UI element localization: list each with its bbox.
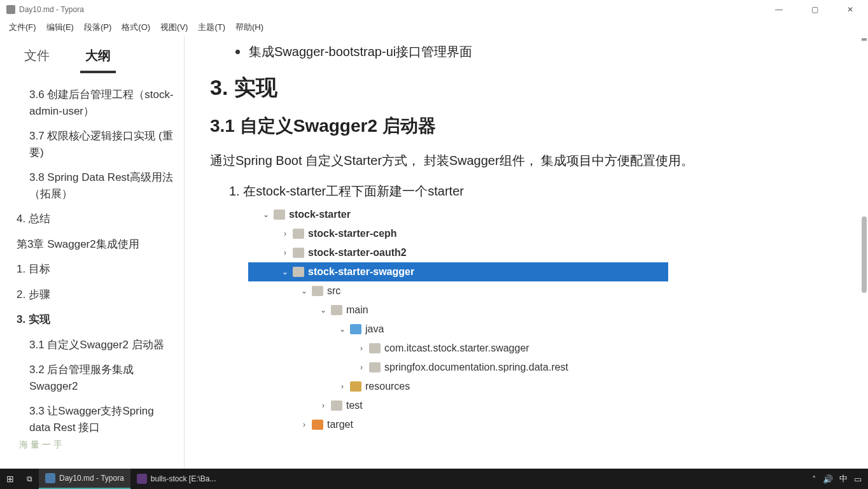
folder-icon xyxy=(274,209,285,220)
taskbar-app-typora[interactable]: Day10.md - Typora xyxy=(39,469,130,489)
volume-icon[interactable]: 🔊 xyxy=(823,474,833,484)
tree-row[interactable]: ›stock-starter-ceph xyxy=(248,224,668,243)
menu-view[interactable]: 视图(V) xyxy=(155,20,193,34)
paragraph: 通过Spring Boot 自定义Starter方式， 封装Swagger组件，… xyxy=(210,150,843,171)
chevron-down-icon[interactable]: ⌄ xyxy=(318,306,328,315)
folder-icon xyxy=(293,267,304,277)
tree-label: java xyxy=(365,323,384,335)
ime-indicator[interactable]: 中 xyxy=(839,473,848,485)
chevron-right-icon[interactable]: › xyxy=(356,363,367,372)
sidebar: 文件 大纲 3.6 创建后台管理工程（stock-admin-user）3.7 … xyxy=(0,36,185,469)
bullet-item: 集成Swagger-bootstrap-ui接口管理界面 xyxy=(235,43,843,60)
title-bar: Day10.md - Typora — ▢ ✕ xyxy=(0,0,868,19)
outline-item[interactable]: 第3章 Swagger2集成使用 xyxy=(11,232,181,257)
tree-row[interactable]: ›resources xyxy=(248,377,668,396)
menu-file[interactable]: 文件(F) xyxy=(4,20,41,34)
folder-icon xyxy=(369,362,381,372)
tree-label: stock-starter-ceph xyxy=(308,228,397,239)
maximize-button[interactable]: ▢ xyxy=(803,5,826,14)
chevron-right-icon[interactable]: › xyxy=(299,420,309,429)
chevron-down-icon[interactable]: ⌄ xyxy=(280,267,290,276)
chevron-right-icon[interactable]: › xyxy=(318,401,328,410)
outline-item[interactable]: 4. 总结 xyxy=(11,206,181,232)
menu-format[interactable]: 格式(O) xyxy=(116,20,155,34)
outline-item[interactable]: 3. 实现 xyxy=(11,307,181,332)
bullet-dot-icon xyxy=(235,50,240,54)
start-button[interactable]: ⊞ xyxy=(0,469,20,489)
menu-theme[interactable]: 主题(T) xyxy=(193,20,230,34)
chevron-down-icon[interactable]: ⌄ xyxy=(299,287,309,295)
tray-chevron-icon[interactable]: ˄ xyxy=(812,474,816,484)
outline-item[interactable]: 1. 目标 xyxy=(11,257,181,282)
tree-label: com.itcast.stock.starter.swagger xyxy=(384,343,529,354)
outline-item[interactable]: 3.1 自定义Swagger2 启动器 xyxy=(11,332,181,358)
intellij-icon xyxy=(137,474,147,484)
tree-row[interactable]: ⌄stock-starter xyxy=(248,205,668,224)
outline-item[interactable]: 3.2 后台管理服务集成Swagger2 xyxy=(11,357,181,399)
close-button[interactable]: ✕ xyxy=(839,5,862,14)
folder-icon xyxy=(350,381,361,392)
menu-help[interactable]: 帮助(H) xyxy=(230,20,269,34)
content-scrollbar[interactable] xyxy=(862,216,867,293)
tree-row[interactable]: ⌄stock-starter-swagger xyxy=(248,262,668,281)
tree-label: resources xyxy=(365,381,410,392)
tab-files[interactable]: 文件 xyxy=(19,43,55,73)
tree-row[interactable]: ›target xyxy=(248,415,668,434)
outline-item[interactable]: 3.8 Spring Data Rest高级用法（拓展） xyxy=(11,165,181,206)
task-view-button[interactable]: ⧉ xyxy=(20,469,39,489)
outline-item[interactable]: 3.7 权限核心逻辑接口实现 (重要) xyxy=(11,124,181,165)
heading-2: 3.1 自定义Swagger2 启动器 xyxy=(210,114,843,138)
menu-edit[interactable]: 编辑(E) xyxy=(41,20,79,34)
ide-tree-panel: ⌄stock-starter›stock-starter-ceph›stock-… xyxy=(248,205,668,434)
chevron-down-icon[interactable]: ⌄ xyxy=(337,325,347,334)
tree-label: main xyxy=(346,304,368,316)
folder-icon xyxy=(312,286,323,296)
scrollbar-indicator[interactable] xyxy=(862,38,867,41)
chevron-right-icon[interactable]: › xyxy=(356,344,367,353)
tree-row[interactable]: ⌄src xyxy=(248,281,668,301)
tree-row[interactable]: ›stock-starter-oauth2 xyxy=(248,243,668,262)
chevron-right-icon[interactable]: › xyxy=(280,229,290,238)
tree-row[interactable]: ›springfox.documentation.spring.data.res… xyxy=(248,358,668,377)
folder-icon xyxy=(350,324,361,334)
tree-row[interactable]: ›com.itcast.stock.starter.swagger xyxy=(248,339,668,358)
tree-row[interactable]: ⌄main xyxy=(248,301,668,320)
bullet-text: 集成Swagger-bootstrap-ui接口管理界面 xyxy=(249,43,472,60)
folder-icon xyxy=(293,229,304,239)
menu-paragraph[interactable]: 段落(P) xyxy=(79,20,116,34)
menu-bar: 文件(F) 编辑(E) 段落(P) 格式(O) 视图(V) 主题(T) 帮助(H… xyxy=(0,19,868,36)
tree-row[interactable]: ›test xyxy=(248,396,668,415)
chevron-right-icon[interactable]: › xyxy=(337,382,347,391)
taskbar-app-label-1: Day10.md - Typora xyxy=(59,474,124,483)
outline-item[interactable]: 2. 步骤 xyxy=(11,282,181,308)
folder-icon xyxy=(312,420,323,430)
tree-label: stock-starter-swagger xyxy=(308,266,414,278)
window-title: Day10.md - Typora xyxy=(19,5,767,14)
folder-icon xyxy=(293,248,304,258)
heading-1: 3. 实现 xyxy=(210,73,843,103)
taskbar-app-idea[interactable]: bulls-stock [E:\Ba... xyxy=(130,469,223,489)
tree-row[interactable]: ⌄java xyxy=(248,320,668,339)
system-tray: ˄ 🔊 中 ▭ xyxy=(812,473,868,485)
app-icon xyxy=(6,5,15,14)
tree-label: springfox.documentation.spring.data.rest xyxy=(384,362,568,373)
editor-content[interactable]: 集成Swagger-bootstrap-ui接口管理界面 3. 实现 3.1 自… xyxy=(185,36,868,469)
taskbar[interactable]: ⊞ ⧉ Day10.md - Typora bulls-stock [E:\Ba… xyxy=(0,469,868,489)
window-controls: — ▢ ✕ xyxy=(767,5,862,14)
folder-icon xyxy=(331,305,342,315)
outline-item[interactable]: 3.6 创建后台管理工程（stock-admin-user） xyxy=(11,82,181,124)
ordered-item: 1. 在stock-starter工程下面新建一个starter xyxy=(229,183,843,200)
folder-icon xyxy=(369,343,381,353)
chevron-down-icon[interactable]: ⌄ xyxy=(261,210,271,219)
tree-label: target xyxy=(327,419,353,430)
notifications-icon[interactable]: ▭ xyxy=(854,474,862,484)
outline-list[interactable]: 3.6 创建后台管理工程（stock-admin-user）3.7 权限核心逻辑… xyxy=(0,73,184,469)
outline-item[interactable]: 3.3 让Swagger支持Spring data Rest 接口 xyxy=(11,399,181,440)
minimize-button[interactable]: — xyxy=(767,5,790,14)
tab-outline[interactable]: 大纲 xyxy=(80,43,116,73)
tree-label: src xyxy=(327,285,340,297)
sidebar-tabs: 文件 大纲 xyxy=(0,43,184,73)
chevron-right-icon[interactable]: › xyxy=(280,248,290,257)
tree-label: stock-starter xyxy=(289,209,351,220)
tree-label: test xyxy=(346,400,363,411)
